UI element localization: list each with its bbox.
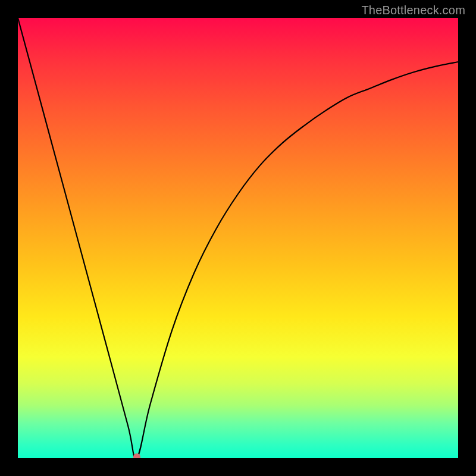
curve-layer (18, 18, 458, 458)
watermark-text: TheBottleneck.com (361, 4, 465, 17)
plot-area (18, 18, 458, 458)
minimum-marker-dot (133, 453, 140, 458)
bottleneck-curve (18, 18, 458, 458)
chart-frame: TheBottleneck.com (0, 0, 476, 476)
